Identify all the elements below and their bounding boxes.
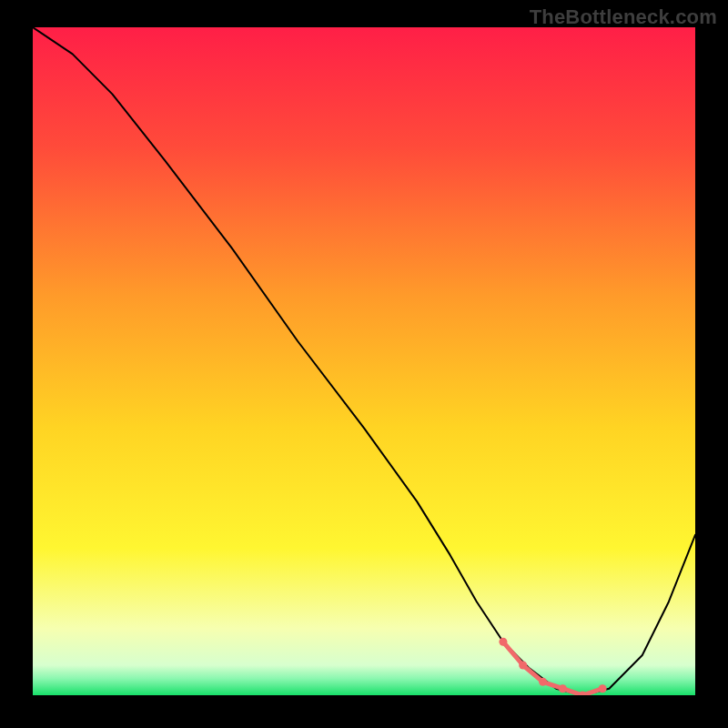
optimal-dot bbox=[499, 638, 507, 646]
optimal-dot bbox=[559, 684, 567, 693]
optimal-dot bbox=[539, 678, 547, 686]
optimal-dot bbox=[519, 662, 527, 670]
plot-area bbox=[33, 27, 695, 695]
watermark-text: TheBottleneck.com bbox=[530, 5, 717, 29]
optimal-dot bbox=[599, 684, 607, 693]
gradient-background bbox=[33, 27, 695, 695]
chart-container: TheBottleneck.com bbox=[0, 0, 728, 728]
chart-svg bbox=[33, 27, 695, 695]
